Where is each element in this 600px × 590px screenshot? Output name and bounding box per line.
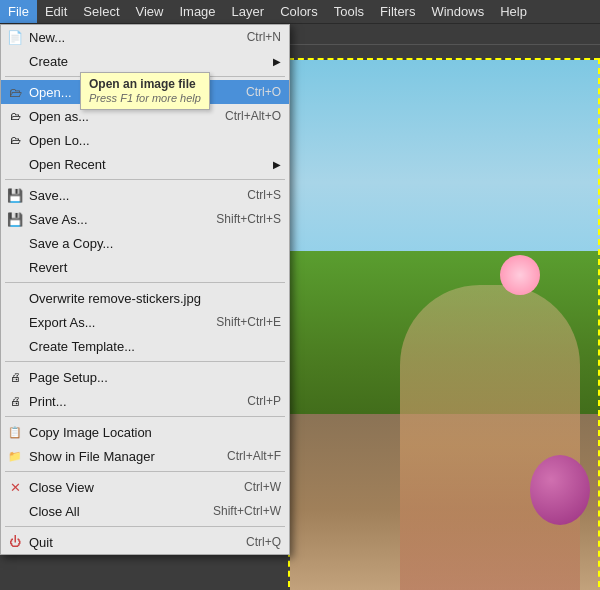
file-dropdown-menu: 📄 New... Ctrl+N Create ▶ 🗁 Open... Ctrl+…: [0, 24, 290, 555]
menu-item-close-all[interactable]: Close All Shift+Ctrl+W: [1, 499, 289, 523]
menu-item-print-shortcut: Ctrl+P: [247, 394, 281, 408]
menu-item-open[interactable]: 🗁 Open... Ctrl+O: [1, 80, 289, 104]
menu-edit[interactable]: Edit: [37, 0, 75, 23]
menu-item-close-view[interactable]: ✕ Close View Ctrl+W: [1, 475, 289, 499]
menu-item-close-shortcut: Ctrl+W: [244, 480, 281, 494]
menu-item-open-recent-label: Open Recent: [29, 157, 106, 172]
menu-item-save-shortcut: Ctrl+S: [247, 188, 281, 202]
menu-item-save-copy-label: Save a Copy...: [29, 236, 113, 251]
menu-item-open-shortcut: Ctrl+O: [246, 85, 281, 99]
menu-item-create-label: Create: [29, 54, 68, 69]
print-icon: 🖨: [5, 395, 25, 407]
menu-item-open-as[interactable]: 🗁 Open as... Ctrl+Alt+O: [1, 104, 289, 128]
menu-item-create[interactable]: Create ▶: [1, 49, 289, 73]
menu-item-save-as-shortcut: Shift+Ctrl+S: [216, 212, 281, 226]
menu-image[interactable]: Image: [171, 0, 223, 23]
menu-item-open-location-label: Open Lo...: [29, 133, 90, 148]
menu-item-overwrite[interactable]: Overwrite remove-stickers.jpg: [1, 286, 289, 310]
open-loc-icon: 🗁: [5, 134, 25, 146]
menu-item-save-copy[interactable]: Save a Copy...: [1, 231, 289, 255]
menu-item-page-setup[interactable]: 🖨 Page Setup...: [1, 365, 289, 389]
menu-item-close-view-label: Close View: [29, 480, 94, 495]
menu-item-save[interactable]: 💾 Save... Ctrl+S: [1, 183, 289, 207]
menu-item-quit-shortcut: Ctrl+Q: [246, 535, 281, 549]
menu-item-close-all-shortcut: Shift+Ctrl+W: [213, 504, 281, 518]
page-setup-icon: 🖨: [5, 371, 25, 383]
new-icon: 📄: [5, 30, 25, 45]
menu-item-overwrite-label: Overwrite remove-stickers.jpg: [29, 291, 201, 306]
menu-item-print[interactable]: 🖨 Print... Ctrl+P: [1, 389, 289, 413]
menu-help[interactable]: Help: [492, 0, 535, 23]
menu-item-quit[interactable]: ⏻ Quit Ctrl+Q: [1, 530, 289, 554]
menu-item-file-manager-label: Show in File Manager: [29, 449, 155, 464]
save-icon: 💾: [5, 188, 25, 203]
menu-item-open-location[interactable]: 🗁 Open Lo...: [1, 128, 289, 152]
menu-item-save-as-label: Save As...: [29, 212, 88, 227]
menu-item-close-all-label: Close All: [29, 504, 80, 519]
separator-7: [5, 526, 285, 527]
menu-item-print-label: Print...: [29, 394, 67, 409]
menu-item-new[interactable]: 📄 New... Ctrl+N: [1, 25, 289, 49]
menu-item-copy-location[interactable]: 📋 Copy Image Location: [1, 420, 289, 444]
menu-item-export-as-label: Export As...: [29, 315, 95, 330]
menu-item-open-label: Open...: [29, 85, 72, 100]
folder-icon: 📁: [5, 450, 25, 463]
separator-6: [5, 471, 285, 472]
menu-item-export-shortcut: Shift+Ctrl+E: [216, 315, 281, 329]
menu-item-save-as[interactable]: 💾 Save As... Shift+Ctrl+S: [1, 207, 289, 231]
menu-item-file-manager-shortcut: Ctrl+Alt+F: [227, 449, 281, 463]
open-icon: 🗁: [5, 85, 25, 100]
menu-item-create-template[interactable]: Create Template...: [1, 334, 289, 358]
menu-windows[interactable]: Windows: [423, 0, 492, 23]
menu-file[interactable]: File: [0, 0, 37, 23]
menu-item-new-label: New...: [29, 30, 65, 45]
menu-item-revert[interactable]: Revert: [1, 255, 289, 279]
menu-item-export-as[interactable]: Export As... Shift+Ctrl+E: [1, 310, 289, 334]
open-recent-arrow: ▶: [273, 159, 281, 170]
menu-item-open-as-label: Open as...: [29, 109, 89, 124]
menu-layer[interactable]: Layer: [224, 0, 273, 23]
menu-item-file-manager[interactable]: 📁 Show in File Manager Ctrl+Alt+F: [1, 444, 289, 468]
separator-3: [5, 282, 285, 283]
menu-item-open-recent[interactable]: Open Recent ▶: [1, 152, 289, 176]
create-submenu-arrow: ▶: [273, 56, 281, 67]
open-as-icon: 🗁: [5, 110, 25, 122]
image-preview-area: [290, 60, 600, 590]
copy-icon: 📋: [5, 426, 25, 439]
menu-item-page-setup-label: Page Setup...: [29, 370, 108, 385]
separator-1: [5, 76, 285, 77]
close-icon: ✕: [5, 480, 25, 495]
separator-2: [5, 179, 285, 180]
menu-item-save-label: Save...: [29, 188, 69, 203]
save-as-icon: 💾: [5, 212, 25, 227]
menu-item-copy-location-label: Copy Image Location: [29, 425, 152, 440]
quit-icon: ⏻: [5, 535, 25, 549]
separator-5: [5, 416, 285, 417]
menu-item-revert-label: Revert: [29, 260, 67, 275]
menu-colors[interactable]: Colors: [272, 0, 326, 23]
menu-item-create-template-label: Create Template...: [29, 339, 135, 354]
separator-4: [5, 361, 285, 362]
menu-item-open-as-shortcut: Ctrl+Alt+O: [225, 109, 281, 123]
menu-filters[interactable]: Filters: [372, 0, 423, 23]
menu-item-new-shortcut: Ctrl+N: [247, 30, 281, 44]
menubar: File Edit Select View Image Layer Colors…: [0, 0, 600, 24]
menu-select[interactable]: Select: [75, 0, 127, 23]
menu-tools[interactable]: Tools: [326, 0, 372, 23]
menu-item-quit-label: Quit: [29, 535, 53, 550]
menu-view[interactable]: View: [128, 0, 172, 23]
